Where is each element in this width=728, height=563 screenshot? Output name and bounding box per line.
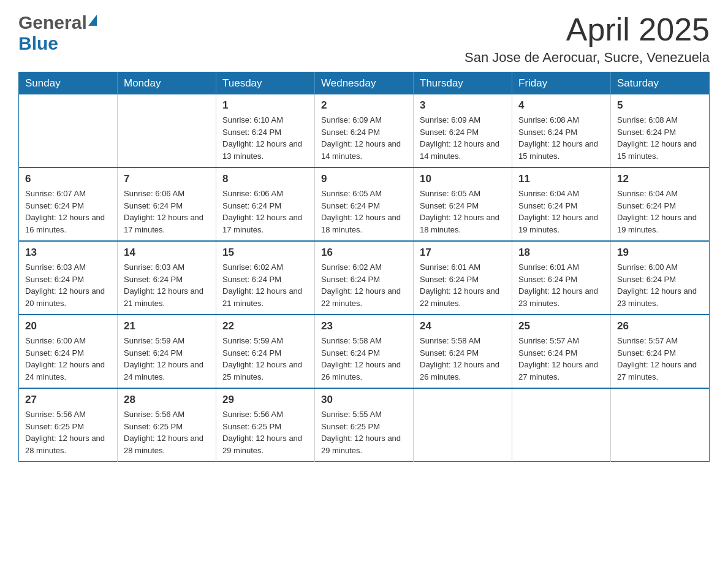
day-number: 6 bbox=[25, 173, 111, 185]
calendar-day-cell: 28Sunrise: 5:56 AMSunset: 6:25 PMDayligh… bbox=[118, 388, 216, 462]
calendar-day-cell: 3Sunrise: 6:09 AMSunset: 6:24 PMDaylight… bbox=[414, 94, 512, 167]
day-number: 17 bbox=[420, 247, 506, 259]
day-info: Sunrise: 6:03 AMSunset: 6:24 PMDaylight:… bbox=[25, 261, 111, 309]
day-info: Sunrise: 6:02 AMSunset: 6:24 PMDaylight:… bbox=[222, 261, 308, 309]
column-header-friday: Friday bbox=[512, 72, 611, 95]
calendar-day-cell: 25Sunrise: 5:57 AMSunset: 6:24 PMDayligh… bbox=[512, 315, 611, 388]
calendar-day-cell: 20Sunrise: 6:00 AMSunset: 6:24 PMDayligh… bbox=[19, 315, 118, 388]
day-number: 30 bbox=[321, 394, 407, 406]
day-info: Sunrise: 5:59 AMSunset: 6:24 PMDaylight:… bbox=[124, 335, 210, 383]
calendar-day-cell: 24Sunrise: 5:58 AMSunset: 6:24 PMDayligh… bbox=[414, 315, 512, 388]
calendar-day-cell: 18Sunrise: 6:01 AMSunset: 6:24 PMDayligh… bbox=[512, 241, 611, 315]
day-number: 21 bbox=[124, 320, 210, 332]
day-number: 28 bbox=[124, 394, 210, 406]
calendar-day-cell: 16Sunrise: 6:02 AMSunset: 6:24 PMDayligh… bbox=[315, 241, 414, 315]
calendar-day-cell: 17Sunrise: 6:01 AMSunset: 6:24 PMDayligh… bbox=[414, 241, 512, 315]
column-header-thursday: Thursday bbox=[414, 72, 512, 95]
calendar-day-cell: 15Sunrise: 6:02 AMSunset: 6:24 PMDayligh… bbox=[216, 241, 315, 315]
day-info: Sunrise: 5:55 AMSunset: 6:25 PMDaylight:… bbox=[321, 408, 407, 456]
calendar-day-cell: 10Sunrise: 6:05 AMSunset: 6:24 PMDayligh… bbox=[414, 167, 512, 241]
calendar-table: SundayMondayTuesdayWednesdayThursdayFrid… bbox=[18, 72, 710, 462]
day-info: Sunrise: 6:09 AMSunset: 6:24 PMDaylight:… bbox=[321, 114, 407, 162]
calendar-week-row: 27Sunrise: 5:56 AMSunset: 6:25 PMDayligh… bbox=[19, 388, 710, 462]
day-number: 5 bbox=[617, 99, 703, 112]
calendar-day-cell: 11Sunrise: 6:04 AMSunset: 6:24 PMDayligh… bbox=[512, 167, 611, 241]
logo-general-text: General bbox=[18, 12, 87, 33]
day-info: Sunrise: 6:00 AMSunset: 6:24 PMDaylight:… bbox=[617, 261, 703, 309]
day-number: 2 bbox=[321, 99, 407, 112]
day-number: 24 bbox=[420, 320, 506, 332]
calendar-week-row: 13Sunrise: 6:03 AMSunset: 6:24 PMDayligh… bbox=[19, 241, 710, 315]
day-number: 4 bbox=[518, 99, 604, 112]
day-number: 26 bbox=[617, 320, 703, 332]
column-header-tuesday: Tuesday bbox=[216, 72, 315, 95]
day-number: 11 bbox=[518, 173, 604, 185]
calendar-day-cell: 26Sunrise: 5:57 AMSunset: 6:24 PMDayligh… bbox=[611, 315, 710, 388]
day-info: Sunrise: 6:09 AMSunset: 6:24 PMDaylight:… bbox=[420, 114, 506, 162]
calendar-day-cell: 22Sunrise: 5:59 AMSunset: 6:24 PMDayligh… bbox=[216, 315, 315, 388]
day-number: 27 bbox=[25, 394, 111, 406]
calendar-day-cell: 14Sunrise: 6:03 AMSunset: 6:24 PMDayligh… bbox=[118, 241, 216, 315]
day-info: Sunrise: 6:04 AMSunset: 6:24 PMDaylight:… bbox=[617, 188, 703, 236]
day-info: Sunrise: 6:08 AMSunset: 6:24 PMDaylight:… bbox=[518, 114, 604, 162]
calendar-week-row: 6Sunrise: 6:07 AMSunset: 6:24 PMDaylight… bbox=[19, 167, 710, 241]
calendar-day-cell: 30Sunrise: 5:55 AMSunset: 6:25 PMDayligh… bbox=[315, 388, 414, 462]
calendar-day-cell: 1Sunrise: 6:10 AMSunset: 6:24 PMDaylight… bbox=[216, 94, 315, 167]
month-title: April 2025 bbox=[464, 12, 710, 47]
title-section: April 2025 San Jose de Aerocuar, Sucre, … bbox=[464, 12, 710, 66]
day-info: Sunrise: 6:01 AMSunset: 6:24 PMDaylight:… bbox=[420, 261, 506, 309]
day-info: Sunrise: 5:57 AMSunset: 6:24 PMDaylight:… bbox=[617, 335, 703, 383]
day-info: Sunrise: 6:10 AMSunset: 6:24 PMDaylight:… bbox=[222, 114, 308, 162]
column-header-monday: Monday bbox=[118, 72, 216, 95]
calendar-day-cell: 4Sunrise: 6:08 AMSunset: 6:24 PMDaylight… bbox=[512, 94, 611, 167]
calendar-day-cell: 6Sunrise: 6:07 AMSunset: 6:24 PMDaylight… bbox=[19, 167, 118, 241]
logo-triangle-icon bbox=[88, 15, 97, 26]
calendar-day-cell: 8Sunrise: 6:06 AMSunset: 6:24 PMDaylight… bbox=[216, 167, 315, 241]
day-number: 18 bbox=[518, 247, 604, 259]
day-number: 10 bbox=[420, 173, 506, 185]
day-info: Sunrise: 5:59 AMSunset: 6:24 PMDaylight:… bbox=[222, 335, 308, 383]
day-info: Sunrise: 5:56 AMSunset: 6:25 PMDaylight:… bbox=[124, 408, 210, 456]
logo: General Blue bbox=[18, 12, 97, 54]
calendar-day-cell bbox=[414, 388, 512, 462]
day-info: Sunrise: 6:00 AMSunset: 6:24 PMDaylight:… bbox=[25, 335, 111, 383]
calendar-week-row: 20Sunrise: 6:00 AMSunset: 6:24 PMDayligh… bbox=[19, 315, 710, 388]
calendar-day-cell: 27Sunrise: 5:56 AMSunset: 6:25 PMDayligh… bbox=[19, 388, 118, 462]
day-number: 12 bbox=[617, 173, 703, 185]
day-number: 20 bbox=[25, 320, 111, 332]
calendar-day-cell bbox=[118, 94, 216, 167]
day-number: 1 bbox=[222, 99, 308, 112]
day-number: 25 bbox=[518, 320, 604, 332]
calendar-day-cell: 13Sunrise: 6:03 AMSunset: 6:24 PMDayligh… bbox=[19, 241, 118, 315]
calendar-day-cell: 7Sunrise: 6:06 AMSunset: 6:24 PMDaylight… bbox=[118, 167, 216, 241]
day-number: 15 bbox=[222, 247, 308, 259]
day-number: 14 bbox=[124, 247, 210, 259]
logo-line: General bbox=[18, 12, 97, 33]
calendar-day-cell bbox=[512, 388, 611, 462]
calendar-header-row: SundayMondayTuesdayWednesdayThursdayFrid… bbox=[19, 72, 710, 95]
day-number: 8 bbox=[222, 173, 308, 185]
day-info: Sunrise: 6:06 AMSunset: 6:24 PMDaylight:… bbox=[222, 188, 308, 236]
calendar-day-cell: 9Sunrise: 6:05 AMSunset: 6:24 PMDaylight… bbox=[315, 167, 414, 241]
logo-blue-text: Blue bbox=[18, 33, 58, 54]
column-header-saturday: Saturday bbox=[611, 72, 710, 95]
day-info: Sunrise: 5:56 AMSunset: 6:25 PMDaylight:… bbox=[222, 408, 308, 456]
day-info: Sunrise: 6:08 AMSunset: 6:24 PMDaylight:… bbox=[617, 114, 703, 162]
day-number: 13 bbox=[25, 247, 111, 259]
day-info: Sunrise: 5:56 AMSunset: 6:25 PMDaylight:… bbox=[25, 408, 111, 456]
day-number: 9 bbox=[321, 173, 407, 185]
location-text: San Jose de Aerocuar, Sucre, Venezuela bbox=[464, 50, 710, 66]
calendar-day-cell: 2Sunrise: 6:09 AMSunset: 6:24 PMDaylight… bbox=[315, 94, 414, 167]
day-info: Sunrise: 5:58 AMSunset: 6:24 PMDaylight:… bbox=[321, 335, 407, 383]
calendar-day-cell bbox=[611, 388, 710, 462]
calendar-day-cell: 19Sunrise: 6:00 AMSunset: 6:24 PMDayligh… bbox=[611, 241, 710, 315]
day-info: Sunrise: 6:03 AMSunset: 6:24 PMDaylight:… bbox=[124, 261, 210, 309]
column-header-wednesday: Wednesday bbox=[315, 72, 414, 95]
day-info: Sunrise: 5:58 AMSunset: 6:24 PMDaylight:… bbox=[420, 335, 506, 383]
calendar-day-cell: 21Sunrise: 5:59 AMSunset: 6:24 PMDayligh… bbox=[118, 315, 216, 388]
day-number: 3 bbox=[420, 99, 506, 112]
day-info: Sunrise: 6:01 AMSunset: 6:24 PMDaylight:… bbox=[518, 261, 604, 309]
day-number: 19 bbox=[617, 247, 703, 259]
day-info: Sunrise: 5:57 AMSunset: 6:24 PMDaylight:… bbox=[518, 335, 604, 383]
day-info: Sunrise: 6:07 AMSunset: 6:24 PMDaylight:… bbox=[25, 188, 111, 236]
